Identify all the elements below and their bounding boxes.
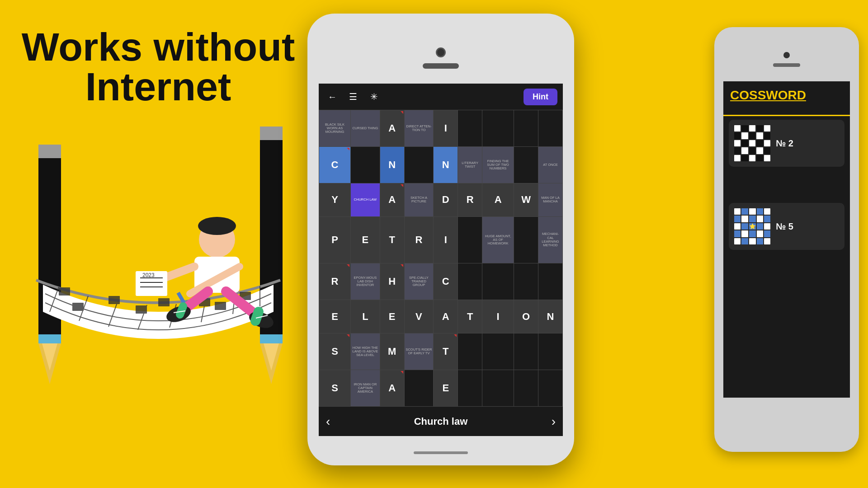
list-item xyxy=(458,263,482,300)
mini-cell xyxy=(764,216,770,222)
yellow-divider xyxy=(723,115,850,116)
list-item[interactable]: D xyxy=(434,183,458,217)
mini-cell xyxy=(734,223,741,230)
svg-rect-3 xyxy=(38,145,61,158)
list-item xyxy=(458,110,482,147)
mini-cell xyxy=(749,140,755,146)
mini-cell xyxy=(764,155,770,161)
list-item[interactable]: H xyxy=(380,263,404,300)
mini-cell xyxy=(764,230,770,237)
list-item[interactable]: S xyxy=(319,333,351,370)
list-item[interactable]: N xyxy=(538,300,563,333)
list-item[interactable]: SKETCH A PICTURE xyxy=(404,183,434,217)
table-row: BLACK SILK WORN AS MOURNING CURSED THING… xyxy=(319,110,563,147)
list-item[interactable]: E xyxy=(434,370,458,406)
mini-cell xyxy=(741,125,748,131)
second-phone-body: COSSWORD xyxy=(714,27,859,452)
list-item[interactable]: E xyxy=(380,300,404,333)
list-item[interactable]: W xyxy=(514,183,538,217)
list-item[interactable]: MAN OF LA MANCHA xyxy=(538,183,563,217)
list-item[interactable]: BLACK SILK WORN AS MOURNING xyxy=(319,110,351,147)
list-item[interactable]: MECHANI-CAL LEARNING METHOD xyxy=(538,216,563,263)
phone-home-bar[interactable] xyxy=(414,451,468,454)
next-clue-button[interactable]: › xyxy=(552,414,556,429)
list-item[interactable]: A xyxy=(434,300,458,333)
phone-camera xyxy=(436,47,446,57)
second-phone-speaker xyxy=(773,63,800,67)
list-item[interactable]: EPONY-MOUS LAB DISH INVENTOR xyxy=(351,263,380,300)
list-item[interactable]: R xyxy=(404,216,434,263)
list-item xyxy=(482,370,514,406)
svg-line-43 xyxy=(180,306,183,314)
list-item[interactable]: SCOUT'S RIDER OF EARLY TV xyxy=(404,333,434,370)
list-item[interactable]: S xyxy=(319,370,351,406)
settings-button[interactable]: ✳ xyxy=(366,89,382,105)
puzzle-card-2[interactable]: № 2 xyxy=(729,120,844,167)
list-item xyxy=(514,147,538,183)
list-item[interactable]: I xyxy=(434,216,458,263)
mini-cell xyxy=(756,132,763,139)
back-button[interactable]: ← xyxy=(324,89,340,105)
list-item[interactable]: DIRECT ATTEN-TION TO xyxy=(404,110,434,147)
list-item[interactable]: Y xyxy=(319,183,351,217)
list-item[interactable]: N xyxy=(434,147,458,183)
mini-cell xyxy=(749,155,755,161)
list-item[interactable]: E xyxy=(351,216,380,263)
hint-button[interactable]: Hint xyxy=(524,89,557,105)
list-item[interactable]: AT ONCE xyxy=(538,147,563,183)
list-item[interactable]: FINDING THE SUM OF TWO NUMBERS xyxy=(482,147,514,183)
table-row: C N N LITERARY xyxy=(319,147,563,183)
list-item[interactable]: HOW HIGH THE LAND IS ABOVE SEA LEVEL xyxy=(351,333,380,370)
list-item[interactable]: M xyxy=(380,333,404,370)
list-item[interactable]: E xyxy=(319,300,351,333)
list-item[interactable]: C xyxy=(434,263,458,300)
menu-button[interactable]: ☰ xyxy=(345,89,361,105)
list-item[interactable]: LITERARY TWIST xyxy=(458,147,482,183)
list-item xyxy=(514,333,538,370)
list-item[interactable]: T xyxy=(434,333,458,370)
list-item[interactable]: R xyxy=(458,183,482,217)
svg-rect-8 xyxy=(260,127,283,140)
list-item xyxy=(514,216,538,263)
list-item[interactable]: I xyxy=(482,300,514,333)
second-phone: COSSWORD xyxy=(714,27,868,461)
list-item[interactable]: P xyxy=(319,216,351,263)
illustration: 2023 xyxy=(0,0,316,488)
list-item xyxy=(458,333,482,370)
mini-cell xyxy=(757,223,763,230)
list-item[interactable]: T xyxy=(458,300,482,333)
list-item[interactable]: T xyxy=(380,216,404,263)
list-item[interactable]: A xyxy=(380,183,404,217)
list-item[interactable]: IRON MAN OR CAPTAIN AMERICA xyxy=(351,370,380,406)
list-item[interactable]: C xyxy=(319,147,351,183)
puzzle-card-5[interactable]: ⭐ № 5 xyxy=(729,203,844,250)
list-item[interactable]: A xyxy=(380,110,404,147)
list-item xyxy=(538,333,563,370)
prev-clue-button[interactable]: ‹ xyxy=(326,414,330,429)
phone-speaker xyxy=(423,63,459,69)
list-item[interactable]: R xyxy=(319,263,351,300)
list-item[interactable]: N xyxy=(380,147,404,183)
list-item[interactable]: HUGE AMOUNT, AS OF HOMEWORK xyxy=(482,216,514,263)
mini-cell xyxy=(757,230,763,237)
table-row: S IRON MAN OR CAPTAIN AMERICA A xyxy=(319,370,563,406)
list-item[interactable]: I xyxy=(434,110,458,147)
mini-cell xyxy=(734,125,741,131)
list-item[interactable]: A xyxy=(380,370,404,406)
list-item[interactable]: CHURCH LAW xyxy=(351,183,380,217)
list-item[interactable]: CURSED THING xyxy=(351,110,380,147)
mini-cell xyxy=(734,238,741,244)
mini-cell xyxy=(741,140,748,146)
list-item[interactable]: SPE-CIALLY TRAINED GROUP xyxy=(404,263,434,300)
list-item[interactable]: L xyxy=(351,300,380,333)
list-item xyxy=(458,370,482,406)
puzzle-number-2: № 2 xyxy=(776,138,839,149)
mini-grid-2 xyxy=(734,125,770,161)
mini-cell xyxy=(734,216,741,222)
list-item[interactable]: V xyxy=(404,300,434,333)
list-item xyxy=(514,370,538,406)
svg-line-42 xyxy=(255,312,259,321)
list-item[interactable]: A xyxy=(482,183,514,217)
phone-screen: ← ☰ ✳ Hint xyxy=(319,84,563,436)
list-item[interactable]: O xyxy=(514,300,538,333)
